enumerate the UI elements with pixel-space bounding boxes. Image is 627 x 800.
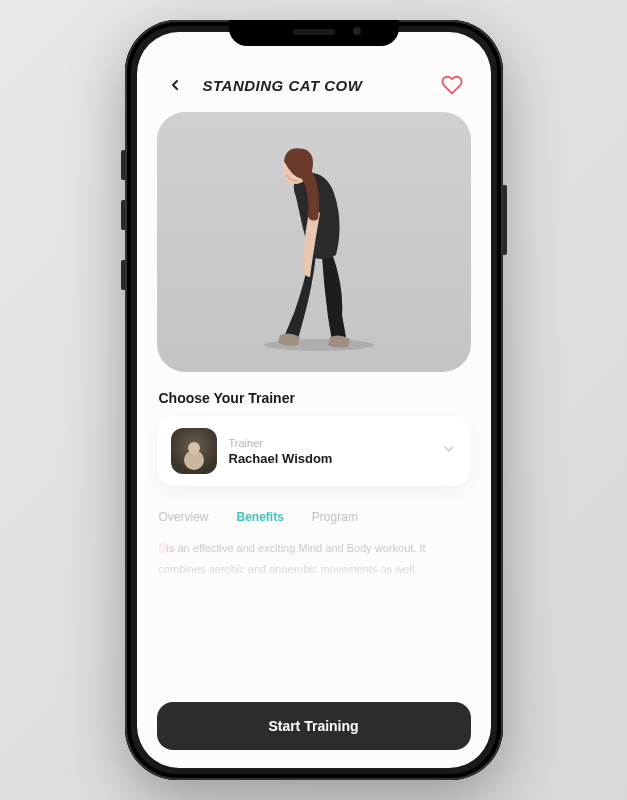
favorite-button[interactable]: [437, 70, 467, 100]
page-title: STANDING CAT COW: [199, 77, 427, 94]
tab-benefits[interactable]: Benefits: [237, 510, 284, 524]
tab-bar: Overview Benefits Program: [159, 510, 469, 524]
phone-frame: STANDING CAT COW: [125, 20, 503, 780]
back-button[interactable]: [161, 71, 189, 99]
device-notch: [229, 20, 399, 46]
exercise-figure-illustration: [224, 127, 404, 357]
trainer-section-title: Choose Your Trainer: [159, 390, 469, 406]
description-text: is an effective and exciting Mind and Bo…: [159, 538, 469, 598]
description-body: is an effective and exciting Mind and Bo…: [159, 542, 426, 575]
trainer-name: Rachael Wisdom: [229, 451, 429, 466]
tab-program[interactable]: Program: [312, 510, 358, 524]
chevron-down-icon: [441, 441, 457, 461]
app-screen: STANDING CAT COW: [137, 32, 491, 768]
header-bar: STANDING CAT COW: [157, 70, 471, 112]
tab-overview[interactable]: Overview: [159, 510, 209, 524]
content-area: STANDING CAT COW: [137, 32, 491, 768]
trainer-selector[interactable]: Trainer Rachael Wisdom: [157, 416, 471, 486]
trainer-label: Trainer: [229, 437, 429, 449]
description-highlight: [159, 542, 167, 554]
heart-icon: [441, 74, 463, 96]
exercise-image: [157, 112, 471, 372]
chevron-left-icon: [167, 77, 183, 93]
trainer-avatar: [171, 428, 217, 474]
trainer-info: Trainer Rachael Wisdom: [229, 437, 429, 466]
start-training-button[interactable]: Start Training: [157, 702, 471, 750]
